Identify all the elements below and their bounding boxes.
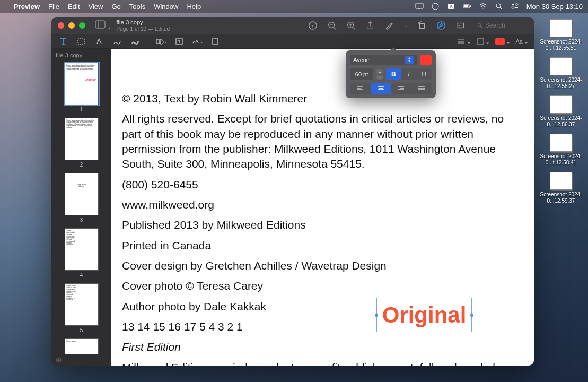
document-viewport[interactable]: © 2013, Text by Robin Wall Kimmerer All … — [111, 49, 534, 366]
menu-edit[interactable]: Edit — [68, 3, 80, 11]
text-selection-tool[interactable] — [57, 36, 69, 47]
window-subtitle: Page 1 of 10 — Edited — [116, 26, 170, 32]
draw-tool[interactable] — [129, 36, 142, 47]
svg-rect-9 — [515, 4, 518, 5]
svg-rect-0 — [416, 3, 423, 8]
search-input[interactable] — [485, 22, 528, 29]
spotlight-icon[interactable] — [495, 2, 503, 11]
svg-point-7 — [496, 4, 501, 8]
menu-go[interactable]: Go — [111, 3, 120, 11]
svg-point-17 — [437, 22, 445, 29]
wifi-icon[interactable] — [479, 2, 487, 11]
info-icon[interactable] — [308, 21, 318, 30]
markup-toolbar: ⌄ ⌄ ⌄ ⌄ ⌄ Aa ⌄ — [51, 34, 534, 49]
page-thumb-4[interactable]: Loremipsum dolorsit ametconsecteturadipi… — [51, 228, 111, 278]
svg-text:A: A — [450, 4, 453, 9]
menu-tools[interactable]: Tools — [129, 3, 145, 11]
screen-mirroring-icon[interactable] — [415, 2, 424, 11]
text-annotation[interactable]: Original — [376, 298, 472, 332]
markup-icon[interactable] — [436, 21, 446, 30]
battery-icon[interactable] — [463, 2, 471, 11]
page-number: 3 — [80, 217, 83, 223]
text-box-button[interactable] — [173, 36, 186, 47]
desktop-file[interactable]: Screenshot 2024-0...12.56.37 — [538, 96, 584, 127]
svg-rect-8 — [512, 4, 514, 5]
doc-text: Cover design by Gretchen Achilles / Wave… — [122, 258, 523, 273]
menu-window[interactable]: Window — [154, 3, 178, 11]
doc-text: Published 2013 by Milkweed Editions — [122, 218, 523, 232]
desktop-file[interactable]: Screenshot 2024-0...t 12.58.41 — [538, 134, 584, 166]
font-size-input[interactable]: 60 pt — [350, 68, 373, 80]
add-page-button[interactable]: ⊕ — [56, 355, 62, 364]
doc-text: Milkweed Editions, an independent nonpro… — [122, 360, 523, 366]
page-thumb-2[interactable]: Lorem ipsum dolor sit amet consectetur a… — [51, 118, 111, 168]
adjust-color-button[interactable] — [209, 36, 222, 47]
page-thumb-1[interactable]: Lorem ipsum dolor sit amet consectetur. … — [51, 63, 111, 112]
page-thumb-6[interactable]: Lorem ipsum — [51, 338, 111, 354]
text-style-button[interactable]: Aa ⌄ — [516, 38, 529, 45]
text-color-swatch[interactable] — [420, 55, 432, 65]
font-family-select[interactable]: Avenir ▴▾ — [350, 55, 417, 65]
shapes-button[interactable]: ⌄ — [155, 36, 168, 47]
menu-view[interactable]: View — [89, 3, 103, 11]
rect-selection-tool[interactable] — [75, 36, 87, 47]
desktop-file[interactable]: Screenshot 2024-0...12.59.37 — [538, 172, 584, 204]
align-right-button[interactable] — [391, 83, 411, 94]
zoom-out-icon[interactable] — [327, 21, 337, 30]
minimize-window-button[interactable] — [68, 22, 75, 29]
instant-alpha-tool[interactable] — [93, 36, 106, 47]
menu-file[interactable]: File — [48, 3, 59, 11]
sidebar-toggle-button[interactable]: ⌄ — [95, 20, 112, 31]
svg-rect-10 — [512, 7, 514, 8]
svg-point-22 — [159, 40, 163, 44]
doc-text: © 2013, Text by Robin Wall Kimmerer — [122, 91, 523, 106]
desktop-file[interactable]: Screenshot 2024-0...12.56.27 — [538, 57, 584, 89]
page-number: 2 — [80, 162, 83, 168]
sketch-tool[interactable] — [111, 36, 124, 47]
resize-handle-left[interactable] — [375, 314, 378, 317]
svg-point-1 — [432, 3, 438, 10]
menubar-clock[interactable]: Mon 30 Sep 13:10 — [526, 3, 583, 11]
underline-button[interactable]: U — [416, 68, 432, 80]
form-icon[interactable] — [455, 21, 465, 30]
titlebar: ⌄ file-3 copy Page 1 of 10 — Edited ⌄ — [51, 17, 534, 34]
border-color-button[interactable]: ⌄ — [477, 38, 490, 45]
share-icon[interactable] — [365, 21, 375, 30]
page-thumb-3[interactable]: Lorem ipsumdolor sit3 — [51, 173, 111, 223]
menu-help[interactable]: Help — [187, 3, 201, 11]
display-icon[interactable] — [431, 2, 440, 11]
svg-rect-5 — [470, 5, 471, 7]
preview-window: ⌄ file-3 copy Page 1 of 10 — Edited ⌄ — [51, 17, 534, 366]
sign-button[interactable]: ⌄ — [191, 36, 204, 47]
close-window-button[interactable] — [58, 22, 64, 29]
page-thumb-5[interactable]: Lorem ipsumdolor sit ametconsecteturadip… — [51, 283, 111, 333]
rotate-icon[interactable] — [417, 21, 427, 30]
svg-rect-25 — [477, 39, 484, 44]
app-menu[interactable]: Preview — [14, 3, 40, 11]
highlight-dropdown[interactable]: ⌄ — [403, 23, 408, 28]
bold-button[interactable]: B — [386, 68, 401, 80]
line-weight-button[interactable]: ⌄ — [457, 38, 471, 45]
svg-rect-20 — [78, 39, 84, 44]
font-size-stepper[interactable]: ▴▾ — [376, 68, 383, 80]
highlight-icon[interactable] — [384, 21, 394, 30]
resize-handle-right[interactable] — [470, 314, 473, 317]
annotation-content[interactable]: Original — [382, 302, 467, 328]
doc-text: Printed in Canada — [122, 238, 523, 253]
align-justify-button[interactable] — [411, 83, 432, 94]
menubar: Preview File Edit View Go Tools Window H… — [0, 0, 588, 13]
fill-color-button[interactable]: ⌄ — [495, 38, 511, 45]
align-left-button[interactable] — [350, 83, 371, 94]
control-center-icon[interactable] — [511, 2, 519, 11]
doc-text: Cover photo © Teresa Carey — [122, 279, 523, 293]
desktop-file[interactable]: Screenshot 2024-0...t 12.55.51 — [538, 19, 584, 51]
zoom-window-button[interactable] — [79, 22, 85, 29]
zoom-in-icon[interactable] — [346, 21, 356, 30]
svg-rect-16 — [420, 23, 425, 28]
input-source-icon[interactable]: A — [447, 2, 455, 11]
italic-button[interactable]: I — [401, 68, 417, 80]
chevron-updown-icon: ▴▾ — [405, 56, 414, 64]
font-popover: Avenir ▴▾ 60 pt ▴▾ B I U — [346, 50, 436, 98]
align-center-button[interactable] — [371, 83, 391, 94]
page-number: 4 — [80, 272, 83, 278]
